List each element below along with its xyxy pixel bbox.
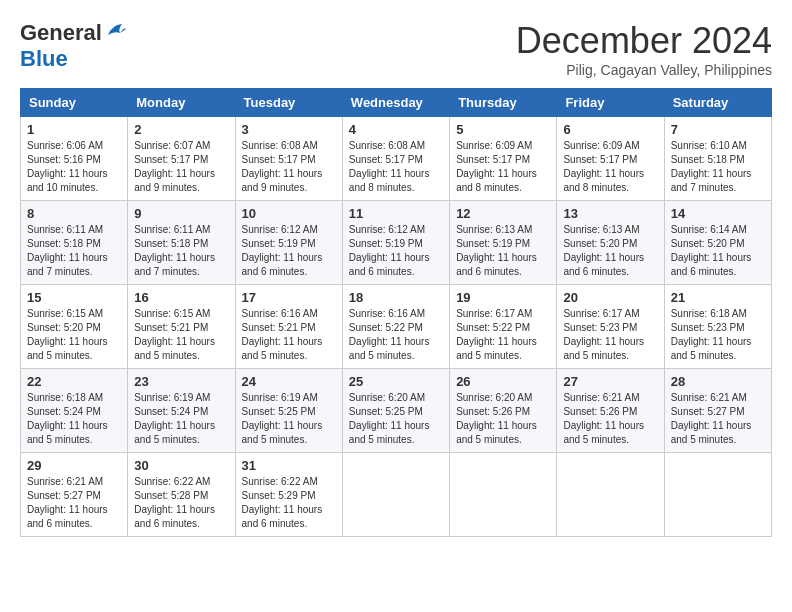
sunset-label: Sunset: 5:25 PM [349, 406, 423, 417]
daylight-label: Daylight: 11 hours and 6 minutes. [456, 252, 537, 277]
sunrise-label: Sunrise: 6:21 AM [563, 392, 639, 403]
daylight-label: Daylight: 11 hours and 5 minutes. [27, 420, 108, 445]
sunset-label: Sunset: 5:23 PM [563, 322, 637, 333]
calendar-cell: 24 Sunrise: 6:19 AM Sunset: 5:25 PM Dayl… [235, 369, 342, 453]
day-info: Sunrise: 6:15 AM Sunset: 5:20 PM Dayligh… [27, 307, 121, 363]
sunrise-label: Sunrise: 6:08 AM [349, 140, 425, 151]
logo-bird-icon [104, 23, 126, 41]
sunset-label: Sunset: 5:29 PM [242, 490, 316, 501]
day-number: 30 [134, 458, 228, 473]
calendar-week-row: 1 Sunrise: 6:06 AM Sunset: 5:16 PM Dayli… [21, 117, 772, 201]
day-info: Sunrise: 6:13 AM Sunset: 5:20 PM Dayligh… [563, 223, 657, 279]
day-info: Sunrise: 6:16 AM Sunset: 5:21 PM Dayligh… [242, 307, 336, 363]
weekday-header-tuesday: Tuesday [235, 89, 342, 117]
sunrise-label: Sunrise: 6:17 AM [456, 308, 532, 319]
calendar-cell: 4 Sunrise: 6:08 AM Sunset: 5:17 PM Dayli… [342, 117, 449, 201]
weekday-header-sunday: Sunday [21, 89, 128, 117]
sunrise-label: Sunrise: 6:07 AM [134, 140, 210, 151]
daylight-label: Daylight: 11 hours and 6 minutes. [242, 504, 323, 529]
weekday-header-thursday: Thursday [450, 89, 557, 117]
daylight-label: Daylight: 11 hours and 5 minutes. [349, 336, 430, 361]
daylight-label: Daylight: 11 hours and 8 minutes. [563, 168, 644, 193]
daylight-label: Daylight: 11 hours and 6 minutes. [563, 252, 644, 277]
calendar-table: SundayMondayTuesdayWednesdayThursdayFrid… [20, 88, 772, 537]
calendar-cell: 11 Sunrise: 6:12 AM Sunset: 5:19 PM Dayl… [342, 201, 449, 285]
weekday-header-friday: Friday [557, 89, 664, 117]
sunrise-label: Sunrise: 6:12 AM [242, 224, 318, 235]
sunset-label: Sunset: 5:17 PM [134, 154, 208, 165]
sunrise-label: Sunrise: 6:18 AM [671, 308, 747, 319]
day-number: 13 [563, 206, 657, 221]
daylight-label: Daylight: 11 hours and 5 minutes. [671, 420, 752, 445]
sunset-label: Sunset: 5:22 PM [456, 322, 530, 333]
day-info: Sunrise: 6:09 AM Sunset: 5:17 PM Dayligh… [456, 139, 550, 195]
day-number: 15 [27, 290, 121, 305]
sunset-label: Sunset: 5:17 PM [456, 154, 530, 165]
sunset-label: Sunset: 5:17 PM [349, 154, 423, 165]
calendar-cell: 22 Sunrise: 6:18 AM Sunset: 5:24 PM Dayl… [21, 369, 128, 453]
day-info: Sunrise: 6:19 AM Sunset: 5:24 PM Dayligh… [134, 391, 228, 447]
daylight-label: Daylight: 11 hours and 9 minutes. [242, 168, 323, 193]
daylight-label: Daylight: 11 hours and 6 minutes. [671, 252, 752, 277]
day-number: 29 [27, 458, 121, 473]
day-info: Sunrise: 6:14 AM Sunset: 5:20 PM Dayligh… [671, 223, 765, 279]
day-number: 31 [242, 458, 336, 473]
day-number: 26 [456, 374, 550, 389]
weekday-header-saturday: Saturday [664, 89, 771, 117]
daylight-label: Daylight: 11 hours and 10 minutes. [27, 168, 108, 193]
title-section: December 2024 Pilig, Cagayan Valley, Phi… [516, 20, 772, 78]
sunset-label: Sunset: 5:27 PM [27, 490, 101, 501]
calendar-cell [557, 453, 664, 537]
weekday-header-monday: Monday [128, 89, 235, 117]
daylight-label: Daylight: 11 hours and 6 minutes. [242, 252, 323, 277]
sunset-label: Sunset: 5:18 PM [134, 238, 208, 249]
day-info: Sunrise: 6:18 AM Sunset: 5:24 PM Dayligh… [27, 391, 121, 447]
calendar-cell: 23 Sunrise: 6:19 AM Sunset: 5:24 PM Dayl… [128, 369, 235, 453]
calendar-cell: 14 Sunrise: 6:14 AM Sunset: 5:20 PM Dayl… [664, 201, 771, 285]
sunrise-label: Sunrise: 6:06 AM [27, 140, 103, 151]
daylight-label: Daylight: 11 hours and 7 minutes. [671, 168, 752, 193]
daylight-label: Daylight: 11 hours and 5 minutes. [563, 336, 644, 361]
sunrise-label: Sunrise: 6:09 AM [563, 140, 639, 151]
calendar-cell: 13 Sunrise: 6:13 AM Sunset: 5:20 PM Dayl… [557, 201, 664, 285]
daylight-label: Daylight: 11 hours and 5 minutes. [671, 336, 752, 361]
day-number: 9 [134, 206, 228, 221]
calendar-week-row: 29 Sunrise: 6:21 AM Sunset: 5:27 PM Dayl… [21, 453, 772, 537]
day-number: 11 [349, 206, 443, 221]
calendar-cell: 8 Sunrise: 6:11 AM Sunset: 5:18 PM Dayli… [21, 201, 128, 285]
sunrise-label: Sunrise: 6:11 AM [134, 224, 210, 235]
calendar-cell: 25 Sunrise: 6:20 AM Sunset: 5:25 PM Dayl… [342, 369, 449, 453]
day-number: 20 [563, 290, 657, 305]
sunset-label: Sunset: 5:17 PM [563, 154, 637, 165]
calendar-cell: 21 Sunrise: 6:18 AM Sunset: 5:23 PM Dayl… [664, 285, 771, 369]
day-info: Sunrise: 6:10 AM Sunset: 5:18 PM Dayligh… [671, 139, 765, 195]
day-number: 14 [671, 206, 765, 221]
calendar-cell: 1 Sunrise: 6:06 AM Sunset: 5:16 PM Dayli… [21, 117, 128, 201]
daylight-label: Daylight: 11 hours and 7 minutes. [134, 252, 215, 277]
day-info: Sunrise: 6:20 AM Sunset: 5:25 PM Dayligh… [349, 391, 443, 447]
sunrise-label: Sunrise: 6:16 AM [349, 308, 425, 319]
sunset-label: Sunset: 5:18 PM [27, 238, 101, 249]
day-info: Sunrise: 6:17 AM Sunset: 5:22 PM Dayligh… [456, 307, 550, 363]
sunrise-label: Sunrise: 6:11 AM [27, 224, 103, 235]
day-info: Sunrise: 6:11 AM Sunset: 5:18 PM Dayligh… [134, 223, 228, 279]
sunrise-label: Sunrise: 6:09 AM [456, 140, 532, 151]
day-info: Sunrise: 6:16 AM Sunset: 5:22 PM Dayligh… [349, 307, 443, 363]
sunrise-label: Sunrise: 6:22 AM [242, 476, 318, 487]
sunset-label: Sunset: 5:18 PM [671, 154, 745, 165]
sunset-label: Sunset: 5:22 PM [349, 322, 423, 333]
day-number: 6 [563, 122, 657, 137]
calendar-cell [342, 453, 449, 537]
calendar-cell: 27 Sunrise: 6:21 AM Sunset: 5:26 PM Dayl… [557, 369, 664, 453]
calendar-cell: 19 Sunrise: 6:17 AM Sunset: 5:22 PM Dayl… [450, 285, 557, 369]
day-number: 18 [349, 290, 443, 305]
calendar-cell: 26 Sunrise: 6:20 AM Sunset: 5:26 PM Dayl… [450, 369, 557, 453]
location: Pilig, Cagayan Valley, Philippines [516, 62, 772, 78]
calendar-cell: 30 Sunrise: 6:22 AM Sunset: 5:28 PM Dayl… [128, 453, 235, 537]
day-number: 24 [242, 374, 336, 389]
calendar-cell: 10 Sunrise: 6:12 AM Sunset: 5:19 PM Dayl… [235, 201, 342, 285]
calendar-cell: 18 Sunrise: 6:16 AM Sunset: 5:22 PM Dayl… [342, 285, 449, 369]
sunrise-label: Sunrise: 6:22 AM [134, 476, 210, 487]
day-number: 2 [134, 122, 228, 137]
day-number: 7 [671, 122, 765, 137]
